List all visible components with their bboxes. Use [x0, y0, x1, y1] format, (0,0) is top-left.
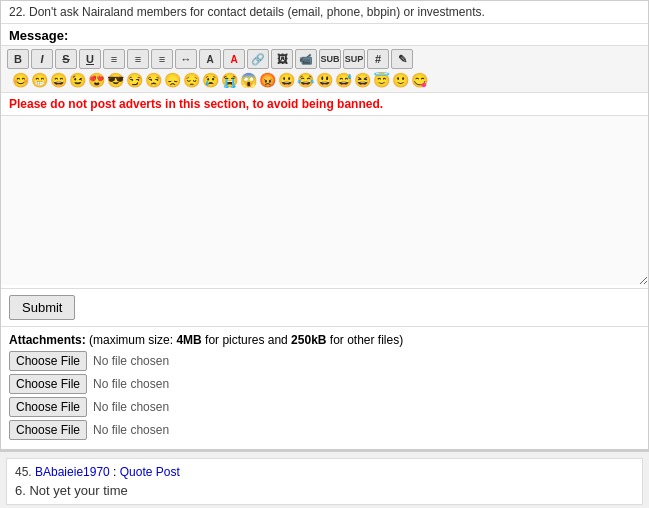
attachments-description: (maximum size: 4MB for pictures and 250k… [89, 333, 403, 347]
max-size-other: 250kB [291, 333, 326, 347]
emoji-12[interactable]: 😭 [220, 71, 238, 89]
advert-warning: Please do not post adverts in this secti… [1, 93, 648, 115]
emoji-13[interactable]: 😱 [239, 71, 257, 89]
posts-container: 45. BAbaieie1970 : Quote Post 6. Not yet… [0, 450, 649, 508]
emoji-14[interactable]: 😡 [258, 71, 276, 89]
no-file-text-1: No file chosen [93, 354, 169, 368]
emoji-strip: 😊 😁 😄 😉 😍 😎 😏 😒 😞 😔 😢 😭 😱 😡 😀 😂 😃 😅 😆 😇 … [11, 71, 428, 89]
formatting-toolbar: B I S U ≡ ≡ ≡ ↔ A A 🔗 🖼 📹 SUB SUP # ✎ 😊 … [1, 45, 648, 93]
list-button[interactable]: # [367, 49, 389, 69]
center-align-button[interactable]: ≡ [127, 49, 149, 69]
post-content-45: 6. Not yet your time [15, 483, 634, 498]
submit-button[interactable]: Submit [9, 295, 75, 320]
post-header-45: 45. BAbaieie1970 : Quote Post [15, 465, 634, 479]
quote-button[interactable]: ✎ [391, 49, 413, 69]
emoji-17[interactable]: 😃 [315, 71, 333, 89]
emoji-1[interactable]: 😊 [11, 71, 29, 89]
emoji-18[interactable]: 😅 [334, 71, 352, 89]
emoji-16[interactable]: 😂 [296, 71, 314, 89]
emoji-15[interactable]: 😀 [277, 71, 295, 89]
emoji-22[interactable]: 😋 [410, 71, 428, 89]
subscript-button[interactable]: SUB [319, 49, 341, 69]
choose-file-button-4[interactable]: Choose File [9, 420, 87, 440]
emoji-2[interactable]: 😁 [30, 71, 48, 89]
right-align-button[interactable]: ≡ [151, 49, 173, 69]
emoji-7[interactable]: 😏 [125, 71, 143, 89]
strikethrough-button[interactable]: S [55, 49, 77, 69]
font-color-button[interactable]: A [223, 49, 245, 69]
emoji-20[interactable]: 😇 [372, 71, 390, 89]
choose-file-button-2[interactable]: Choose File [9, 374, 87, 394]
link-button[interactable]: 🔗 [247, 49, 269, 69]
emoji-10[interactable]: 😔 [182, 71, 200, 89]
emoji-8[interactable]: 😒 [144, 71, 162, 89]
choose-file-button-1[interactable]: Choose File [9, 351, 87, 371]
emoji-9[interactable]: 😞 [163, 71, 181, 89]
no-file-text-3: No file chosen [93, 400, 169, 414]
attachment-row-4: Choose File No file chosen [9, 420, 640, 440]
italic-button[interactable]: I [31, 49, 53, 69]
no-file-text-4: No file chosen [93, 423, 169, 437]
rules-warning-text: 22. Don't ask Nairaland members for cont… [9, 5, 485, 19]
justify-button[interactable]: ↔ [175, 49, 197, 69]
image-button[interactable]: 🖼 [271, 49, 293, 69]
quote-post-link-45[interactable]: Quote Post [120, 465, 180, 479]
underline-button[interactable]: U [79, 49, 101, 69]
font-size-button[interactable]: A [199, 49, 221, 69]
post-number-45: 45. [15, 465, 35, 479]
post-separator-45: : [113, 465, 120, 479]
max-size-pics: 4MB [176, 333, 201, 347]
emoji-21[interactable]: 🙂 [391, 71, 409, 89]
emoji-6[interactable]: 😎 [106, 71, 124, 89]
emoji-5[interactable]: 😍 [87, 71, 105, 89]
video-button[interactable]: 📹 [295, 49, 317, 69]
attachment-row-1: Choose File No file chosen [9, 351, 640, 371]
submit-area: Submit [1, 288, 648, 326]
no-file-text-2: No file chosen [93, 377, 169, 391]
attachment-row-3: Choose File No file chosen [9, 397, 640, 417]
message-input[interactable] [1, 115, 648, 285]
attachments-header: Attachments: (maximum size: 4MB for pict… [9, 333, 640, 347]
post-item-45: 45. BAbaieie1970 : Quote Post 6. Not yet… [6, 458, 643, 505]
reply-form: 22. Don't ask Nairaland members for cont… [0, 0, 649, 450]
emoji-11[interactable]: 😢 [201, 71, 219, 89]
superscript-button[interactable]: SUP [343, 49, 365, 69]
emoji-4[interactable]: 😉 [68, 71, 86, 89]
choose-file-button-3[interactable]: Choose File [9, 397, 87, 417]
attachment-row-2: Choose File No file chosen [9, 374, 640, 394]
emoji-3[interactable]: 😄 [49, 71, 67, 89]
message-label: Message: [1, 24, 648, 45]
rules-warning: 22. Don't ask Nairaland members for cont… [1, 1, 648, 24]
bold-button[interactable]: B [7, 49, 29, 69]
attachments-label: Attachments: [9, 333, 86, 347]
emoji-19[interactable]: 😆 [353, 71, 371, 89]
post-author-link-45[interactable]: BAbaieie1970 [35, 465, 110, 479]
left-align-button[interactable]: ≡ [103, 49, 125, 69]
attachments-section: Attachments: (maximum size: 4MB for pict… [1, 326, 648, 449]
